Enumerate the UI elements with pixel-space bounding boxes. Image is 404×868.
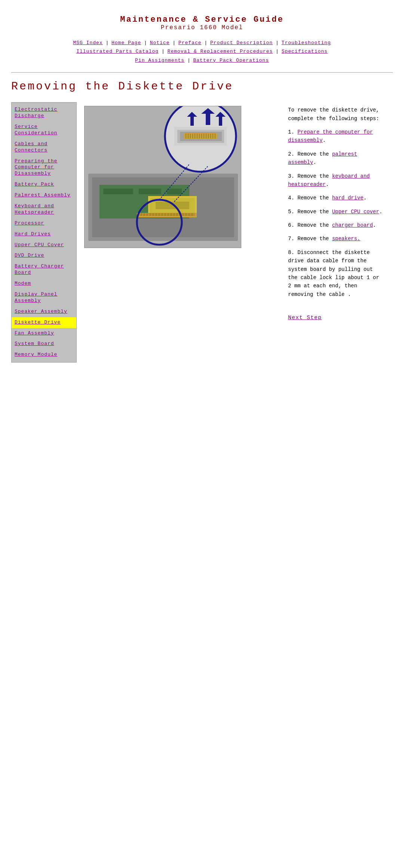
intro-text: To remove the diskette drive, complete t… bbox=[288, 106, 385, 123]
sidebar-item-modem[interactable]: Modem bbox=[12, 278, 76, 289]
svg-rect-27 bbox=[183, 213, 184, 216]
nav-home-page[interactable]: Home Page bbox=[111, 40, 141, 46]
nav-battery-pack-ops[interactable]: Battery Pack Operations bbox=[193, 58, 269, 63]
nav-pin-assignments[interactable]: Pin Assignments bbox=[135, 58, 184, 63]
next-step-link[interactable]: Next Step bbox=[288, 314, 385, 323]
step-5: 5. Remove the Upper CPU cover. bbox=[288, 208, 385, 216]
sidebar-item-fan[interactable]: Fan Assembly bbox=[12, 328, 76, 339]
svg-rect-28 bbox=[186, 213, 187, 216]
step-3: 3. Remove the keyboard and heatspreader. bbox=[288, 172, 385, 189]
sidebar-item-system-board[interactable]: System Board bbox=[12, 339, 76, 349]
svg-rect-18 bbox=[156, 213, 157, 216]
svg-rect-20 bbox=[162, 213, 163, 216]
svg-rect-5 bbox=[103, 189, 133, 194]
svg-rect-19 bbox=[159, 213, 160, 216]
sidebar-item-dvd[interactable]: DVD Drive bbox=[12, 250, 76, 261]
svg-rect-51 bbox=[215, 134, 215, 138]
step-2: 2. Remove the palmrest assembly. bbox=[288, 150, 385, 167]
sidebar-item-electrostatic[interactable]: Electrostatic Discharge bbox=[12, 104, 76, 122]
sidebar-item-preparing[interactable]: Preparing the Computer for Disassembly bbox=[12, 156, 76, 180]
svg-rect-42 bbox=[195, 134, 195, 138]
svg-rect-29 bbox=[189, 213, 190, 216]
svg-rect-13 bbox=[141, 213, 142, 216]
svg-rect-16 bbox=[150, 213, 151, 216]
svg-rect-47 bbox=[206, 134, 206, 138]
sidebar-item-palmrest[interactable]: Palmrest Assembly bbox=[12, 190, 76, 201]
svg-rect-22 bbox=[168, 213, 169, 216]
sidebar-item-processor[interactable]: Processor bbox=[12, 218, 76, 229]
nav-illustrated-parts[interactable]: Illustrated Parts Catalog bbox=[76, 49, 159, 54]
step-7-link[interactable]: speakers. bbox=[332, 236, 361, 242]
image-section bbox=[84, 102, 281, 363]
svg-rect-15 bbox=[147, 213, 148, 216]
sidebar-item-display[interactable]: Display Panel Assembly bbox=[12, 289, 76, 306]
sub-title: Presario 1660 Model bbox=[11, 24, 393, 31]
step-7: 7. Remove the speakers. bbox=[288, 235, 385, 243]
content-area: Electrostatic Discharge Service Consider… bbox=[11, 102, 393, 363]
svg-rect-7 bbox=[167, 189, 182, 194]
svg-rect-49 bbox=[210, 134, 211, 138]
svg-rect-23 bbox=[171, 213, 172, 216]
nav-notice[interactable]: Notice bbox=[150, 40, 170, 46]
svg-rect-25 bbox=[177, 213, 178, 216]
nav-product-description[interactable]: Product Description bbox=[210, 40, 273, 46]
svg-rect-44 bbox=[199, 134, 200, 138]
sidebar-item-upper-cpu[interactable]: Upper CPU Cover bbox=[12, 240, 76, 251]
sidebar-item-battery-pack[interactable]: Battery Pack bbox=[12, 179, 76, 190]
svg-rect-41 bbox=[192, 134, 193, 138]
main-content: To remove the diskette drive, complete t… bbox=[77, 102, 393, 363]
svg-rect-17 bbox=[153, 213, 154, 216]
nav-specifications[interactable]: Specifications bbox=[282, 49, 328, 54]
sidebar-item-speaker[interactable]: Speaker Assembly bbox=[12, 306, 76, 317]
svg-rect-6 bbox=[139, 189, 161, 194]
svg-rect-45 bbox=[201, 134, 202, 138]
svg-rect-39 bbox=[188, 134, 189, 138]
sidebar-item-battery-charger[interactable]: Battery Charger Board bbox=[12, 261, 76, 278]
svg-rect-48 bbox=[208, 134, 209, 138]
svg-rect-43 bbox=[197, 134, 198, 138]
step-5-link[interactable]: Upper CPU cover bbox=[332, 209, 379, 215]
sidebar-item-service[interactable]: Service Consideration bbox=[12, 122, 76, 139]
svg-rect-30 bbox=[192, 213, 193, 216]
instructions-section: To remove the diskette drive, complete t… bbox=[288, 102, 385, 363]
sidebar-item-diskette[interactable]: Diskette Drive bbox=[12, 317, 76, 328]
sidebar: Electrostatic Discharge Service Consider… bbox=[11, 102, 77, 363]
svg-rect-21 bbox=[165, 213, 166, 216]
svg-rect-37 bbox=[184, 133, 217, 139]
step-4: 4. Remove the hard drive. bbox=[288, 194, 385, 202]
diskette-drive-image bbox=[84, 106, 241, 248]
divider bbox=[11, 72, 393, 73]
sidebar-item-memory[interactable]: Memory Module bbox=[12, 349, 76, 360]
nav-troubleshooting[interactable]: Troubleshooting bbox=[282, 40, 331, 46]
sidebar-item-keyboard[interactable]: Keyboard and Heatspreader bbox=[12, 201, 76, 218]
nav-links: MSG Index | Home Page | Notice | Preface… bbox=[11, 39, 393, 65]
sidebar-item-hard-drives[interactable]: Hard Drives bbox=[12, 229, 76, 240]
svg-rect-46 bbox=[203, 134, 204, 138]
hardware-illustration bbox=[85, 106, 241, 248]
svg-rect-10 bbox=[156, 202, 189, 209]
svg-rect-14 bbox=[144, 213, 145, 216]
svg-rect-24 bbox=[174, 213, 175, 216]
step-6-link[interactable]: charger board bbox=[332, 222, 373, 228]
main-title: Maintenance & Service Guide bbox=[11, 15, 393, 24]
page-title: Removing the Diskette Drive bbox=[11, 80, 393, 93]
svg-rect-50 bbox=[212, 134, 213, 138]
svg-rect-40 bbox=[190, 134, 191, 138]
page-wrapper: Maintenance & Service Guide Presario 166… bbox=[0, 0, 404, 378]
step-4-link[interactable]: hard drive bbox=[332, 195, 364, 201]
step-1: 1. Prepare the computer for disassembly. bbox=[288, 128, 385, 145]
nav-preface[interactable]: Preface bbox=[178, 40, 202, 46]
step-8: 8. Disconnect the diskette drive data ca… bbox=[288, 248, 385, 299]
header: Maintenance & Service Guide Presario 166… bbox=[11, 15, 393, 31]
nav-msg-index[interactable]: MSG Index bbox=[73, 40, 102, 46]
step-6: 6. Remove the charger board. bbox=[288, 221, 385, 229]
nav-removal-replacement[interactable]: Removal & Replacement Procedures bbox=[168, 49, 273, 54]
svg-rect-38 bbox=[186, 134, 186, 138]
step-1-link[interactable]: Prepare the computer for disassembly bbox=[288, 129, 373, 143]
sidebar-item-cables[interactable]: Cables and Connectors bbox=[12, 139, 76, 156]
